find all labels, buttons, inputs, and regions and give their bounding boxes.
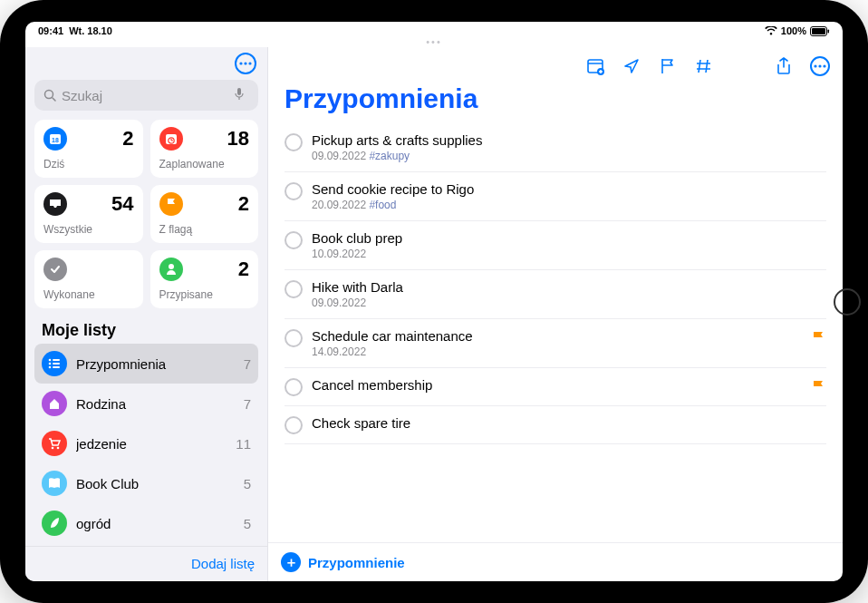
list-count: 7 <box>244 356 251 372</box>
smart-card-wykonane[interactable]: Wykonane <box>34 250 143 308</box>
calendar-add-icon[interactable] <box>585 56 605 76</box>
list-title: Przypomnienia <box>268 80 843 123</box>
location-icon[interactable] <box>622 56 641 76</box>
list-icon <box>42 351 67 376</box>
reminder-complete-toggle[interactable] <box>285 182 303 200</box>
reminder-complete-toggle[interactable] <box>285 231 303 249</box>
reminder-complete-toggle[interactable] <box>285 329 303 347</box>
reminder-complete-toggle[interactable] <box>285 416 303 434</box>
svg-point-5 <box>248 62 251 64</box>
reminder-title: Book club prep <box>312 230 826 246</box>
reminder-row[interactable]: Cancel membership <box>285 368 826 406</box>
home-icon <box>42 391 67 416</box>
app-content: Szukaj 18 2 Dziś 18 Zaplanowane 54 Wszys… <box>25 47 843 581</box>
battery-percent: 100% <box>781 25 806 36</box>
lists-container: Przypomnienia 7 Rodzina 7 jedzenie 11 Bo… <box>25 344 267 546</box>
smart-card-zaplanowane[interactable]: 18 Zaplanowane <box>150 120 259 178</box>
reminder-complete-toggle[interactable] <box>285 133 303 151</box>
flag-icon <box>812 379 826 394</box>
smart-count: 2 <box>238 258 249 281</box>
svg-point-44 <box>814 64 816 67</box>
reminder-meta: 20.09.2022 #food <box>312 199 826 211</box>
list-row[interactable]: Rodzina 7 <box>34 384 258 423</box>
smart-label: Z flagą <box>159 223 250 236</box>
new-reminder-label: Przypomnienie <box>308 555 405 570</box>
mic-icon[interactable] <box>235 88 249 103</box>
reminder-meta: 09.09.2022 <box>312 297 826 309</box>
svg-point-25 <box>57 446 60 449</box>
svg-point-45 <box>818 64 821 67</box>
svg-point-3 <box>239 62 242 64</box>
reminder-row[interactable]: Schedule car maintenance 14.09.2022 <box>285 319 826 368</box>
reminder-complete-toggle[interactable] <box>285 378 303 396</box>
svg-rect-2 <box>828 29 830 33</box>
list-count: 7 <box>244 396 251 412</box>
smart-label: Wykonane <box>43 288 134 301</box>
ipad-device-frame: 09:41 Wt. 18.10 100% ••• <box>0 0 868 603</box>
hashtag-icon[interactable] <box>694 56 714 76</box>
my-lists-header: Moje listy <box>25 308 267 344</box>
reminder-complete-toggle[interactable] <box>285 280 303 298</box>
flag-icon <box>812 330 826 345</box>
reminder-row[interactable]: Hike with Darla 09.09.2022 <box>285 270 826 319</box>
smart-count: 18 <box>227 127 249 151</box>
list-name: jedzenie <box>76 436 230 452</box>
reminder-title: Pickup arts & crafts supplies <box>312 132 826 148</box>
svg-point-22 <box>49 366 52 369</box>
flag-icon[interactable] <box>658 56 678 76</box>
main-panel: Przypomnienia Pickup arts & crafts suppl… <box>268 47 843 581</box>
toolbar-more-button[interactable] <box>810 56 830 76</box>
reminder-meta: 10.09.2022 <box>312 248 826 260</box>
cart-icon <box>42 431 67 456</box>
share-icon[interactable] <box>774 56 794 76</box>
more-button[interactable] <box>235 53 256 74</box>
svg-rect-8 <box>237 88 241 95</box>
calendar-clock-icon <box>159 127 183 151</box>
svg-point-4 <box>244 62 246 64</box>
search-icon <box>43 89 56 102</box>
smart-label: Wszystkie <box>43 223 134 236</box>
calendar-icon: 18 <box>43 127 67 151</box>
book-icon <box>42 471 67 496</box>
status-time: 09:41 <box>38 25 63 36</box>
leaf-icon <box>42 511 67 536</box>
svg-point-6 <box>45 91 53 99</box>
person-icon <box>159 258 183 281</box>
reminder-row[interactable]: Check spare tire <box>285 406 826 444</box>
list-row[interactable]: Book Club 5 <box>34 463 258 503</box>
smart-card-wszystkie[interactable]: 54 Wszystkie <box>34 185 143 243</box>
svg-line-7 <box>53 98 55 101</box>
search-input[interactable]: Szukaj <box>34 80 258 111</box>
reminder-row[interactable]: Book club prep 10.09.2022 <box>285 221 826 270</box>
reminder-title: Send cookie recipe to Rigo <box>312 181 826 197</box>
list-row[interactable]: Przypomnienia 7 <box>34 344 258 384</box>
smart-label: Dziś <box>43 158 134 170</box>
tray-icon <box>43 192 67 216</box>
list-row[interactable]: jedzenie 11 <box>34 423 258 463</box>
smart-count: 54 <box>111 192 133 216</box>
reminder-row[interactable]: Send cookie recipe to Rigo 20.09.2022 #f… <box>285 172 826 221</box>
reminders-list: Pickup arts & crafts supplies 09.09.2022… <box>268 123 843 542</box>
home-button[interactable] <box>834 288 861 316</box>
list-count: 5 <box>244 516 251 531</box>
plus-icon: ＋ <box>281 552 301 572</box>
reminder-title: Schedule car maintenance <box>312 328 803 344</box>
battery-icon <box>810 26 830 36</box>
list-row[interactable]: ogród 5 <box>34 503 258 543</box>
svg-rect-21 <box>53 363 60 365</box>
svg-point-20 <box>49 363 52 365</box>
smart-label: Zaplanowane <box>159 158 250 170</box>
reminder-row[interactable]: Pickup arts & crafts supplies 09.09.2022… <box>285 123 826 172</box>
add-list-button[interactable]: Dodaj listę <box>191 556 255 571</box>
smart-card-przypisane[interactable]: 2 Przypisane <box>150 250 259 308</box>
smart-card-dziś[interactable]: 18 2 Dziś <box>34 120 143 178</box>
new-reminder-button[interactable]: ＋ Przypomnienie <box>268 542 843 581</box>
reminder-meta: 09.09.2022 #zakupy <box>312 150 826 162</box>
status-date: Wt. 18.10 <box>69 25 112 36</box>
multitask-grabber-icon[interactable]: ••• <box>25 40 843 47</box>
svg-line-41 <box>706 60 708 73</box>
smart-count: 2 <box>122 127 133 151</box>
svg-point-24 <box>52 446 54 449</box>
smart-card-z-flagą[interactable]: 2 Z flagą <box>150 185 259 243</box>
sidebar: Szukaj 18 2 Dziś 18 Zaplanowane 54 Wszys… <box>25 47 268 581</box>
